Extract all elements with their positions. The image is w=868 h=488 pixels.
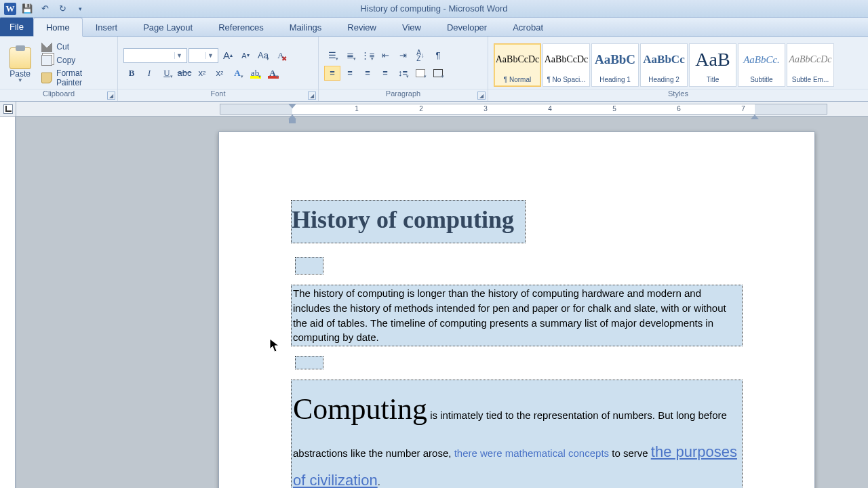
font-dialog-launcher[interactable]: ◢ [308, 92, 316, 100]
tab-selector[interactable] [0, 102, 16, 117]
change-case-button[interactable]: Aa [255, 48, 271, 63]
text-effects-button[interactable]: A [229, 66, 245, 81]
tab-mailings[interactable]: Mailings [277, 18, 335, 37]
scissors-icon [41, 41, 52, 52]
justify-button[interactable]: ≡ [377, 66, 393, 81]
style-preview: AaBbCcDc [545, 44, 589, 76]
borders-button[interactable] [430, 66, 446, 81]
paste-icon [9, 47, 31, 69]
cut-label: Cut [56, 42, 69, 52]
style-name: ¶ Normal [504, 76, 531, 86]
copy-button[interactable]: Copy [39, 54, 112, 66]
bullets-button[interactable]: ☰ [324, 48, 340, 63]
cut-button[interactable]: Cut [39, 41, 112, 53]
selected-empty-paragraph[interactable] [295, 356, 323, 369]
tab-developer[interactable]: Developer [434, 18, 500, 37]
doc-run-2c[interactable]: to serve [609, 447, 651, 459]
group-label-font: Font ◢ [118, 89, 318, 101]
group-label-clipboard: Clipboard ◢ [0, 89, 117, 101]
undo-button[interactable]: ↶ [38, 2, 52, 16]
doc-heading[interactable]: History of computing [291, 200, 526, 243]
style-name: Subtle Em... [792, 76, 829, 86]
superscript-button[interactable]: x2 [212, 66, 228, 81]
align-center-button[interactable]: ≡ [342, 66, 358, 81]
clear-formatting-button[interactable]: A✖ [273, 48, 289, 63]
tab-home[interactable]: Home [33, 18, 83, 37]
tab-file[interactable]: File [0, 17, 33, 36]
sort-button[interactable]: AZ↓ [412, 48, 429, 63]
tab-view[interactable]: View [389, 18, 434, 37]
format-painter-button[interactable]: Format Painter [39, 68, 112, 88]
first-line-indent-marker[interactable] [288, 104, 296, 108]
workspace: 1234567 History of computing The history… [0, 102, 868, 488]
group-label-styles: Styles [488, 89, 868, 101]
doc-run-2b[interactable]: there were mathematical concepts [454, 447, 609, 459]
grow-font-button[interactable]: A▴ [220, 48, 236, 63]
line-spacing-button[interactable]: ↕≡ [395, 66, 411, 81]
shrink-font-button[interactable]: A▾ [237, 48, 254, 63]
document-scroll-area[interactable]: History of computing The history of comp… [16, 117, 868, 488]
document-body[interactable]: History of computing The history of comp… [291, 200, 743, 488]
chevron-down-icon[interactable]: ▼ [174, 52, 184, 59]
paragraph-dialog-launcher[interactable]: ◢ [477, 92, 486, 100]
ruler-number: 1 [355, 105, 359, 113]
align-right-button[interactable]: ≡ [359, 66, 376, 81]
horizontal-ruler[interactable]: 1234567 [16, 102, 868, 117]
strikethrough-button[interactable]: abc [176, 66, 193, 81]
style-item-1[interactable]: AaBbCcDc¶ No Spaci... [542, 43, 590, 87]
style-item-6[interactable]: AaBbCcDcSubtle Em... [787, 43, 834, 87]
clipboard-dialog-launcher[interactable]: ◢ [107, 92, 115, 100]
style-item-4[interactable]: AaBTitle [689, 43, 736, 87]
right-indent-marker[interactable] [751, 115, 759, 119]
multilevel-list-button[interactable]: ⋮≡ [359, 48, 376, 63]
style-name: ¶ No Spaci... [547, 76, 585, 86]
chevron-down-icon[interactable]: ▼ [205, 52, 215, 59]
doc-run-2e[interactable]: . [378, 476, 380, 487]
redo-button[interactable]: ↻ [56, 2, 69, 16]
vertical-ruler[interactable] [0, 117, 16, 488]
style-item-0[interactable]: AaBbCcDc¶ Normal [494, 43, 541, 87]
mouse-cursor-icon [269, 338, 280, 353]
ribbon: Paste ▼ Cut Copy Format Painter Clipbo [0, 37, 868, 102]
style-item-2[interactable]: AaBbCHeading 1 [591, 43, 639, 87]
show-hide-button[interactable]: ¶ [430, 48, 446, 63]
underline-button[interactable]: U [159, 66, 175, 81]
font-size-combo[interactable]: ▼ [189, 48, 218, 63]
tab-acrobat[interactable]: Acrobat [500, 18, 556, 37]
hanging-indent-marker[interactable] [288, 115, 296, 119]
italic-button[interactable]: I [141, 66, 157, 81]
selected-empty-paragraph[interactable] [295, 257, 323, 274]
format-painter-label: Format Painter [56, 68, 109, 87]
save-button[interactable]: 💾 [20, 2, 34, 16]
doc-paragraph-2[interactable]: Computing is intimately tied to the repr… [291, 380, 743, 488]
style-item-3[interactable]: AaBbCcHeading 2 [640, 43, 688, 87]
doc-big-word[interactable]: Computing [293, 392, 427, 426]
left-indent-marker[interactable] [289, 119, 296, 123]
font-color-button[interactable]: A [264, 66, 281, 81]
qat-customize-button[interactable]: ▾ [73, 2, 87, 16]
tab-review[interactable]: Review [334, 18, 389, 37]
bold-button[interactable]: B [123, 66, 140, 81]
style-preview: AaBbCc [643, 44, 684, 76]
style-preview: AaB [695, 44, 730, 76]
shading-button[interactable] [412, 66, 429, 81]
font-name-combo[interactable]: ▼ [123, 48, 187, 63]
tab-references[interactable]: References [205, 18, 276, 37]
decrease-indent-button[interactable]: ⇤ [377, 48, 393, 63]
style-preview: AaBbCcDc [789, 44, 832, 76]
ruler-number: 3 [484, 105, 488, 113]
tab-page-layout[interactable]: Page Layout [130, 18, 205, 37]
document-page[interactable]: History of computing The history of comp… [218, 131, 815, 488]
numbering-button[interactable]: ≣ [342, 48, 358, 63]
paste-button[interactable]: Paste ▼ [5, 46, 35, 83]
tab-insert[interactable]: Insert [83, 18, 131, 37]
copy-label: Copy [56, 56, 75, 65]
style-item-5[interactable]: AaBbCc.Subtitle [738, 43, 785, 87]
quick-access-toolbar: W 💾 ↶ ↻ ▾ [0, 2, 91, 16]
highlight-button[interactable]: ab [247, 66, 263, 81]
subscript-button[interactable]: x2 [194, 66, 210, 81]
increase-indent-button[interactable]: ⇥ [395, 48, 411, 63]
align-left-button[interactable]: ≡ [324, 66, 340, 81]
doc-paragraph-1[interactable]: The history of computing is longer than … [291, 285, 743, 346]
ribbon-tabs: File Home Insert Page Layout References … [0, 18, 868, 37]
